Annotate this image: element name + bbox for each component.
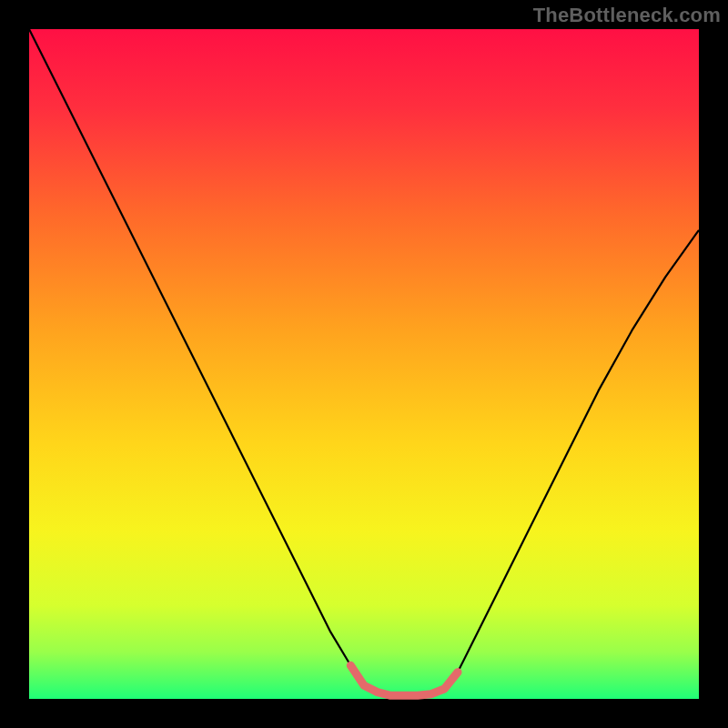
watermark-text: TheBottleneck.com (533, 4, 721, 27)
plot-background (29, 29, 699, 699)
chart-container: TheBottleneck.com (0, 0, 728, 728)
bottleneck-chart (0, 0, 728, 728)
